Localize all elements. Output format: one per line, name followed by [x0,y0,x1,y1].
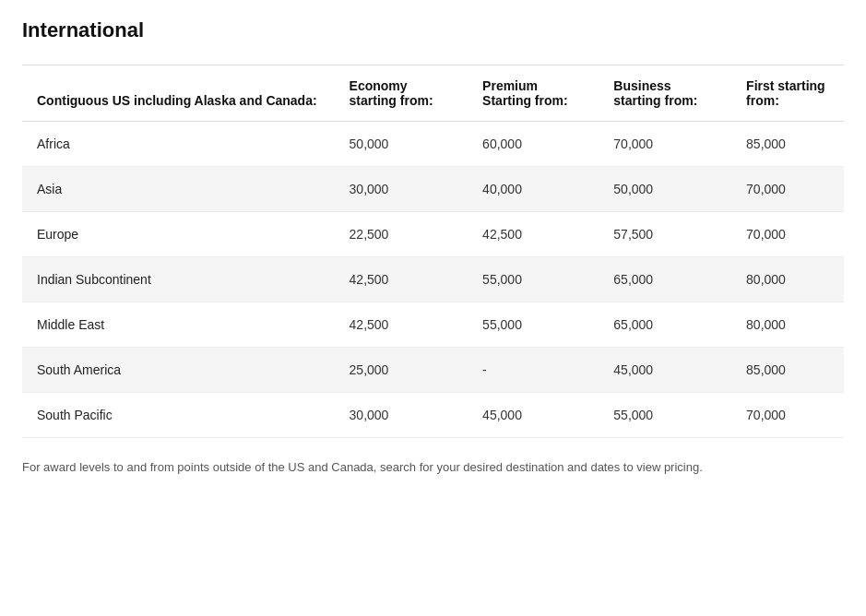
cell-first: 85,000 [731,122,844,167]
cell-premium: 45,000 [468,393,599,438]
cell-region: Europe [22,212,335,257]
table-row: Asia30,00040,00050,00070,000 [22,167,844,212]
cell-first: 70,000 [731,393,844,438]
cell-premium: 40,000 [468,167,599,212]
cell-economy: 30,000 [335,167,469,212]
cell-business: 65,000 [599,302,731,348]
table-row: Indian Subcontinent42,50055,00065,00080,… [22,257,844,302]
table-row: Africa50,00060,00070,00085,000 [22,122,844,167]
cell-premium: 60,000 [468,122,599,167]
cell-business: 45,000 [599,348,731,393]
column-header-premium: Premium Starting from: [468,65,599,122]
page-title: International [22,18,844,42]
table-row: Middle East42,50055,00065,00080,000 [22,302,844,348]
cell-first: 80,000 [731,302,844,348]
cell-economy: 22,500 [335,212,469,257]
cell-region: Middle East [22,302,335,348]
cell-first: 85,000 [731,348,844,393]
cell-region: Africa [22,122,335,167]
cell-first: 70,000 [731,212,844,257]
cell-premium: 55,000 [468,302,599,348]
cell-region: South America [22,348,335,393]
table-row: Europe22,50042,50057,50070,000 [22,212,844,257]
cell-region: Asia [22,167,335,212]
cell-business: 70,000 [599,122,731,167]
cell-business: 50,000 [599,167,731,212]
column-header-region: Contiguous US including Alaska and Canad… [22,65,335,122]
cell-business: 65,000 [599,257,731,302]
cell-business: 55,000 [599,393,731,438]
table-row: South America25,000-45,00085,000 [22,348,844,393]
cell-economy: 30,000 [335,393,469,438]
cell-premium: - [468,348,599,393]
column-header-economy: Economy starting from: [335,65,469,122]
cell-first: 70,000 [731,167,844,212]
table-row: South Pacific30,00045,00055,00070,000 [22,393,844,438]
cell-economy: 25,000 [335,348,469,393]
awards-table: Contiguous US including Alaska and Canad… [22,65,844,438]
cell-business: 57,500 [599,212,731,257]
cell-region: South Pacific [22,393,335,438]
footer-note: For award levels to and from points outs… [22,460,844,474]
cell-premium: 55,000 [468,257,599,302]
cell-economy: 42,500 [335,302,469,348]
cell-economy: 42,500 [335,257,469,302]
cell-first: 80,000 [731,257,844,302]
cell-premium: 42,500 [468,212,599,257]
column-header-first: First starting from: [731,65,844,122]
cell-region: Indian Subcontinent [22,257,335,302]
column-header-business: Business starting from: [599,65,731,122]
cell-economy: 50,000 [335,122,469,167]
